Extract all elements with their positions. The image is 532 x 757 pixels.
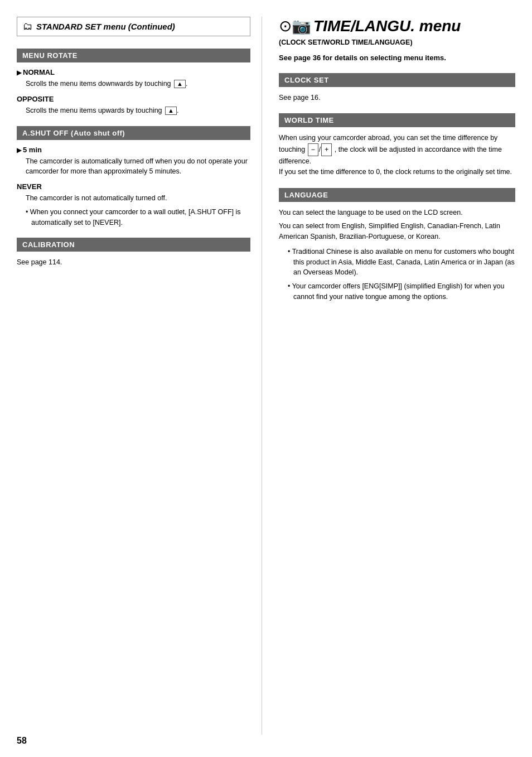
right-page-header: ⊙📷 TIME/LANGU. menu (279, 17, 515, 35)
up-arrow-btn-1: ▲ (174, 80, 186, 88)
minus-btn: − (308, 143, 318, 156)
page-number: 58 (17, 736, 27, 746)
five-min-subheader: 5 min (17, 146, 250, 154)
language-header: LANGUAGE (279, 188, 515, 202)
opposite-subheader: OPPOSITE (17, 95, 250, 103)
world-time-header: WORLD TIME (279, 113, 515, 127)
standard-set-icon: 🗂 (23, 21, 33, 32)
never-subheader: NEVER (17, 182, 250, 191)
left-page-header: 🗂 STANDARD SET menu (Continued) (17, 17, 250, 36)
language-body2: You can select from English, Simplified … (279, 221, 515, 242)
right-header-title: TIME/LANGU. menu (313, 17, 461, 35)
right-header-subtitle: (CLOCK SET/WORLD TIME/LANGUAGE) (279, 38, 515, 46)
never-body: The camcorder is not automatically turne… (26, 193, 250, 204)
five-min-body: The camcorder is automatically turned of… (26, 156, 250, 177)
left-column: 🗂 STANDARD SET menu (Continued) MENU ROT… (17, 17, 262, 735)
ashutoff-bullet: When you connect your camcorder to a wal… (22, 207, 250, 228)
right-intro: See page 36 for details on selecting men… (279, 53, 515, 63)
plus-btn: + (321, 143, 332, 156)
page: 🗂 STANDARD SET menu (Continued) MENU ROT… (0, 0, 532, 757)
world-time-body: When using your camcorder abroad, you ca… (279, 133, 515, 178)
left-header-title: STANDARD SET menu (Continued) (36, 22, 175, 31)
opposite-body: Scrolls the menu items upwards by touchi… (26, 105, 250, 116)
right-column: ⊙📷 TIME/LANGU. menu (CLOCK SET/WORLD TIM… (262, 17, 515, 735)
language-bullet-2: Your camcorder offers [ENG[SIMP]] (simpl… (284, 281, 515, 302)
normal-body: Scrolls the menu items downwards by touc… (26, 79, 250, 89)
ashutoff-header: A.SHUT OFF (Auto shut off) (17, 126, 250, 140)
clock-set-header: CLOCK SET (279, 73, 515, 87)
language-body1: You can select the language to be used o… (279, 208, 515, 218)
time-langu-icon: ⊙📷 (279, 17, 311, 35)
menu-rotate-header: MENU ROTATE (17, 49, 250, 62)
calibration-header: CALIBRATION (17, 238, 250, 252)
calibration-body: See page 114. (17, 257, 250, 268)
clock-set-body: See page 16. (279, 93, 515, 103)
language-bullet-1: Traditional Chinese is also available on… (284, 247, 515, 278)
normal-subheader: NORMAL (17, 68, 250, 76)
up-arrow-btn-2: ▲ (165, 107, 177, 115)
